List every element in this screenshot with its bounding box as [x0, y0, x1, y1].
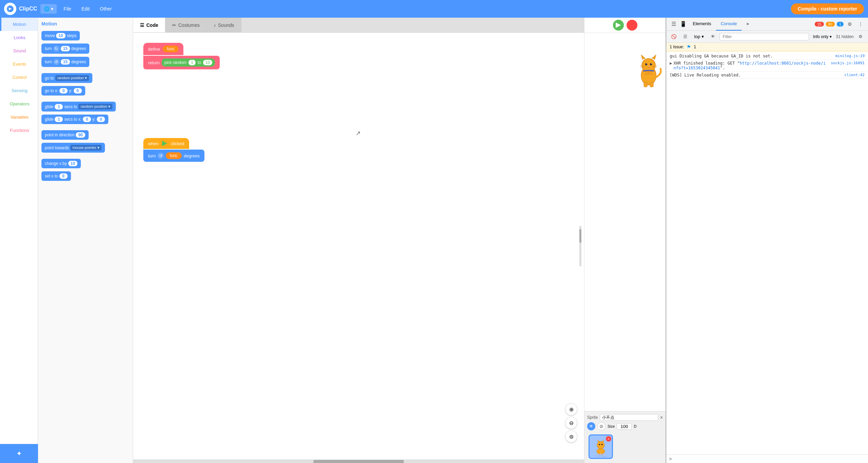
other-menu[interactable]: Other	[96, 4, 115, 14]
svg-point-20	[601, 444, 603, 445]
console-input[interactable]	[674, 457, 865, 461]
sounds-tab-icon: ♪	[214, 22, 216, 28]
top-frame-label: top	[694, 34, 700, 39]
horizontal-scrollbar[interactable]	[133, 460, 584, 463]
size-input[interactable]	[617, 423, 632, 430]
tab-code[interactable]: ☰ Code	[133, 18, 165, 32]
devtools-toolbar: 🚫 ☰ top ▾ 👁 Info only ▾ 31 hidden ⚙	[666, 31, 868, 43]
clicked-label: clicked	[171, 141, 184, 146]
issue-text: 1 Issue:	[670, 45, 684, 49]
add-extension-button[interactable]: ✦	[0, 444, 38, 463]
devtools-settings-button[interactable]: ⚙	[845, 19, 854, 29]
sounds-tab-label: Sounds	[218, 22, 234, 28]
hide-sprite-button[interactable]: ⊘	[597, 422, 605, 430]
devtools-inspect-button[interactable]: ☰	[669, 19, 679, 29]
eye-filter-button[interactable]: 👁	[708, 32, 718, 41]
devtools-mobile-button[interactable]: 📱	[679, 19, 688, 29]
devtools-tabs: ☰ 📱 Elements Console » 15 80	[666, 18, 868, 31]
language-button[interactable]: 🌐 ▾	[40, 4, 57, 14]
svg-rect-14	[644, 82, 647, 87]
compile-button[interactable]: Compile - custom reporter	[791, 3, 864, 14]
error-badge: 15	[815, 22, 824, 27]
log-level-label: Info only	[813, 34, 828, 39]
stage-top-controls	[584, 18, 666, 33]
zoom-in-icon: ⊕	[569, 406, 574, 413]
stage-canvas[interactable]	[584, 33, 666, 411]
sprite-thumbnail-小不点[interactable]: × 小不点	[589, 434, 613, 459]
issue-flag: ⚑	[687, 44, 691, 50]
zoom-in-button[interactable]: ⊕	[565, 403, 577, 415]
func-label-2: func	[166, 152, 182, 159]
block-goto-random[interactable]: go to random position ▾	[41, 72, 129, 84]
log-msg-1: gui Disabling GA because GA_ID is not se…	[670, 54, 832, 58]
degrees-label: degrees	[184, 153, 200, 158]
globe-chevron: ▾	[51, 6, 53, 12]
block-turn-ccw[interactable]: turn ↺ 15 degrees	[41, 56, 129, 68]
tab-elements[interactable]: Elements	[688, 18, 716, 31]
edit-menu[interactable]: Edit	[78, 4, 93, 14]
console-inspect-button[interactable]: ☰	[681, 32, 690, 41]
sprite-name-close[interactable]: ×	[660, 415, 663, 420]
block-glide-xy[interactable]: glide 1 secs to x: 0 y: 0	[41, 114, 129, 125]
code-canvas[interactable]: define func return pick random 1 to 10	[133, 33, 584, 460]
block-goto-xy[interactable]: go to x: 0 y: 0	[41, 85, 129, 97]
to-label: to	[198, 60, 201, 65]
tab-console[interactable]: Console	[716, 18, 742, 31]
category-looks[interactable]: Looks	[0, 31, 38, 44]
block-change-x[interactable]: change x by 10	[41, 158, 129, 169]
log-source-1[interactable]: minilog.js:19	[832, 54, 865, 58]
category-variables[interactable]: Variables	[0, 110, 38, 124]
block-glide-random[interactable]: glide 1 secs to random position ▾	[41, 101, 129, 113]
when-clicked-block[interactable]: when clicked	[143, 138, 189, 149]
clear-console-button[interactable]: 🚫	[669, 32, 679, 41]
top-frame-select[interactable]: top ▾	[692, 33, 706, 40]
turn-func-block[interactable]: turn ↺ func degrees	[143, 150, 204, 162]
console-settings-button[interactable]: ⚙	[856, 32, 865, 41]
sprite-name-input[interactable]	[600, 414, 658, 421]
elements-label: Elements	[693, 21, 711, 26]
console-filter-input[interactable]	[720, 33, 809, 40]
zoom-out-button[interactable]: ⊖	[565, 417, 577, 429]
tab-costumes[interactable]: ✏ Costumes	[165, 18, 207, 32]
svg-point-8	[651, 64, 652, 64]
category-sensing[interactable]: Sensing	[0, 84, 38, 97]
category-functions[interactable]: Functions	[0, 124, 38, 137]
warning-count: 80	[828, 22, 832, 26]
direction-label: D	[634, 424, 636, 428]
category-operators[interactable]: Operators	[0, 97, 38, 110]
category-events[interactable]: Events	[0, 57, 38, 71]
green-flag-button[interactable]	[613, 20, 624, 31]
delete-sprite-button[interactable]: ×	[606, 436, 611, 442]
tab-more[interactable]: »	[742, 18, 754, 31]
pick-random-block[interactable]: pick random 1 to 10	[162, 58, 215, 67]
sprite-label-text: Sprite	[587, 415, 598, 420]
log-source-3[interactable]: client:42	[841, 73, 865, 77]
category-control[interactable]: Control	[0, 71, 38, 84]
log-level-chevron: ▾	[830, 34, 832, 39]
console-content[interactable]: gui Disabling GA because GA_ID is not se…	[666, 51, 868, 455]
sprite-grid: × 小不点	[587, 433, 663, 460]
stop-button[interactable]	[627, 20, 637, 31]
zoom-reset-button[interactable]: ⊜	[565, 430, 577, 443]
category-sound[interactable]: Sound	[0, 44, 38, 57]
svg-point-7	[646, 64, 647, 64]
xhr-toggle[interactable]: ▶	[670, 61, 672, 66]
block-point-direction[interactable]: point in direction 90	[41, 129, 129, 141]
tab-sounds[interactable]: ♪ Sounds	[207, 18, 241, 32]
define-block[interactable]: define func	[143, 43, 183, 55]
code-tab-icon: ☰	[140, 22, 144, 28]
block-move-steps[interactable]: move 10 steps	[41, 30, 129, 41]
category-motion[interactable]: Motion	[0, 18, 38, 31]
scroll-indicator[interactable]	[579, 226, 581, 267]
show-sprite-button[interactable]: 👁	[587, 422, 595, 430]
console-chevron-icon: >	[669, 456, 672, 462]
log-source-2[interactable]: sockjs.js:16091	[828, 61, 865, 65]
block-turn-cw[interactable]: turn ↻ 15 degrees	[41, 42, 129, 55]
stage-area: Sprite × 👁 ⊘ Size D	[584, 18, 666, 463]
return-block[interactable]: return pick random 1 to 10	[143, 56, 220, 69]
file-menu[interactable]: File	[60, 4, 75, 14]
block-set-x[interactable]: set x to 0	[41, 170, 129, 182]
devtools-more-button[interactable]: ⋮	[856, 19, 865, 29]
log-level-select[interactable]: Info only ▾	[811, 33, 834, 40]
block-point-towards[interactable]: point towards mouse-pointer ▾	[41, 142, 129, 154]
